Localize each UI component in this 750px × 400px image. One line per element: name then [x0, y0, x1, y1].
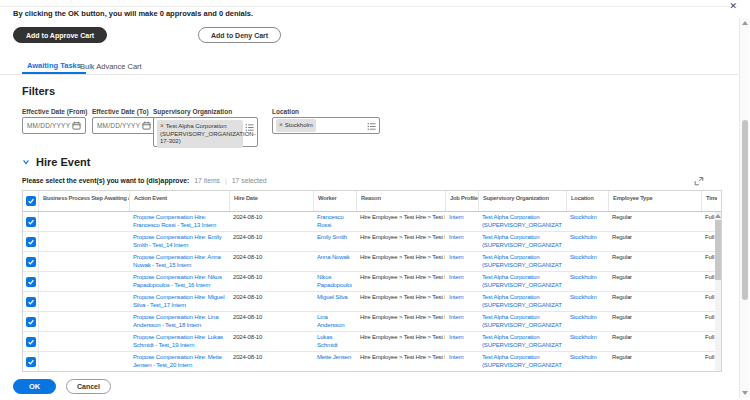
cell-job-profile: Intern: [445, 212, 478, 231]
column-header-worker[interactable]: Worker: [313, 191, 356, 211]
cell-job-profile: Intern: [445, 272, 478, 291]
supervisory-organization-link[interactable]: Test Alpha Corporation (SUPERVISORY_ORGA…: [482, 214, 562, 230]
date-placeholder: MM/DD/YYYY: [27, 122, 72, 129]
prompt-list-icon[interactable]: [245, 123, 254, 132]
action-event-link[interactable]: Propose Compensation Hire: Mette Jensen …: [133, 354, 225, 369]
cell-location: Stockholm: [566, 292, 608, 311]
location-link[interactable]: Stockholm: [570, 254, 597, 260]
column-header-employee-type[interactable]: Employee Type: [608, 191, 701, 211]
page-scrollbar[interactable]: [739, 18, 749, 398]
cell-hire-date: 2024-08-10: [229, 292, 313, 311]
worker-link[interactable]: Miguel Silva: [317, 294, 352, 302]
supervisory-organization-link[interactable]: Test Alpha Corporation (SUPERVISORY_ORGA…: [482, 274, 562, 290]
row-checkbox[interactable]: [26, 317, 36, 327]
action-event-link[interactable]: Propose Compensation Hire: Miguel Silva …: [133, 294, 225, 309]
cell-reason: Hire Employee > Test Hire > Test Hire: [356, 232, 445, 251]
location-select[interactable]: ×Stockholm: [272, 117, 380, 134]
action-event-link[interactable]: Propose Compensation Hire: Francesco Ros…: [133, 214, 225, 229]
table-scrollbar-thumb[interactable]: [715, 220, 721, 280]
row-checkbox[interactable]: [26, 217, 36, 227]
page-scrollbar-thumb[interactable]: [742, 120, 748, 300]
job-profile-link[interactable]: Intern: [449, 274, 463, 280]
cell-action-event: Propose Compensation Hire: Miguel Silva …: [129, 292, 229, 311]
cell-bp-step: [39, 232, 129, 251]
column-header-location[interactable]: Location: [566, 191, 608, 211]
prompt-list-icon[interactable]: [367, 122, 376, 131]
select-all-checkbox[interactable]: [26, 196, 36, 206]
supervisory-organization-link[interactable]: Test Alpha Corporation (SUPERVISORY_ORGA…: [482, 314, 562, 330]
location-link[interactable]: Stockholm: [570, 314, 597, 320]
job-profile-link[interactable]: Intern: [449, 334, 463, 340]
supervisory-organization-link[interactable]: Test Alpha Corporation (SUPERVISORY_ORGA…: [482, 294, 562, 310]
row-checkbox[interactable]: [26, 357, 36, 367]
action-event-link[interactable]: Propose Compensation Hire: Lukas Schmidt…: [133, 334, 225, 349]
row-checkbox[interactable]: [26, 237, 36, 247]
close-icon[interactable]: ✕: [729, 1, 737, 11]
job-profile-link[interactable]: Intern: [449, 234, 463, 240]
action-event-link[interactable]: Propose Compensation Hire: Lina Andersso…: [133, 314, 225, 329]
add-to-deny-cart-button[interactable]: Add to Deny Cart: [198, 27, 281, 43]
tab-awaiting-tasks[interactable]: Awaiting Tasks: [22, 58, 86, 74]
row-checkbox[interactable]: [26, 337, 36, 347]
table-row: Propose Compensation Hire: Anna Nowak - …: [23, 252, 721, 272]
column-header-supervisory-organization[interactable]: Supervisory Organization: [478, 191, 566, 211]
column-header-reason[interactable]: Reason: [356, 191, 445, 211]
job-profile-link[interactable]: Intern: [449, 254, 463, 260]
column-header-time-type[interactable]: Time Type: [701, 191, 717, 211]
scroll-up-icon[interactable]: [715, 214, 721, 218]
location-link[interactable]: Stockholm: [570, 354, 597, 360]
chip-remove-icon[interactable]: ×: [279, 121, 283, 128]
chevron-down-icon[interactable]: [22, 158, 30, 166]
tab-bulk-advance-cart[interactable]: Bulk Advance Cart: [80, 58, 142, 74]
supervisory-organization-link[interactable]: Test Alpha Corporation (SUPERVISORY_ORGA…: [482, 234, 562, 250]
ok-button[interactable]: OK: [13, 379, 56, 394]
action-event-link[interactable]: Propose Compensation Hire: Emily Smith -…: [133, 234, 225, 249]
row-checkbox[interactable]: [26, 277, 36, 287]
worker-link[interactable]: Lina Andersson: [317, 314, 352, 329]
job-profile-link[interactable]: Intern: [449, 314, 463, 320]
column-header-job-profile[interactable]: Job Profile: [445, 191, 478, 211]
supervisory-organization-link[interactable]: Test Alpha Corporation (SUPERVISORY_ORGA…: [482, 254, 562, 270]
column-header-hire-date[interactable]: Hire Date: [229, 191, 313, 211]
worker-link[interactable]: Nikos Papadopoulos: [317, 274, 352, 289]
chip-remove-icon[interactable]: ×: [160, 122, 164, 129]
location-link[interactable]: Stockholm: [570, 334, 597, 340]
add-to-approve-cart-button[interactable]: Add to Approve Cart: [13, 27, 107, 43]
job-profile-link[interactable]: Intern: [449, 214, 463, 220]
column-header-action-event[interactable]: Action Event: [129, 191, 229, 211]
location-link[interactable]: Stockholm: [570, 234, 597, 240]
cell-location: Stockholm: [566, 272, 608, 291]
table-body: Propose Compensation Hire: Francesco Ros…: [23, 212, 721, 372]
effective-date-from-input[interactable]: MM/DD/YYYY: [22, 117, 86, 134]
worker-link[interactable]: Francesco Rossi: [317, 214, 352, 229]
row-checkbox[interactable]: [26, 257, 36, 267]
job-profile-link[interactable]: Intern: [449, 294, 463, 300]
location-link[interactable]: Stockholm: [570, 274, 597, 280]
worker-link[interactable]: Emily Smith: [317, 234, 352, 242]
worker-link[interactable]: Anna Nowak: [317, 254, 352, 262]
scroll-up-icon[interactable]: [742, 21, 748, 25]
job-profile-link[interactable]: Intern: [449, 354, 463, 360]
worker-link[interactable]: Lukas Schmidt: [317, 334, 352, 349]
expand-table-icon[interactable]: [694, 176, 704, 186]
action-event-link[interactable]: Propose Compensation Hire: Nikos Papadop…: [133, 274, 225, 289]
row-checkbox[interactable]: [26, 297, 36, 307]
cancel-button[interactable]: Cancel: [66, 379, 111, 394]
cell-employee-type: Regular: [608, 352, 701, 371]
action-event-link[interactable]: Propose Compensation Hire: Anna Nowak - …: [133, 254, 225, 269]
scroll-down-icon[interactable]: [742, 391, 748, 395]
supervisory-organization-link[interactable]: Test Alpha Corporation (SUPERVISORY_ORGA…: [482, 334, 562, 350]
supervisory-organization-select[interactable]: ×Test Alpha Corporation (SUPERVISORY_ORG…: [153, 117, 258, 147]
location-link[interactable]: Stockholm: [570, 214, 597, 220]
effective-date-to-input[interactable]: MM/DD/YYYY: [92, 117, 156, 134]
cell-employee-type: Regular: [608, 312, 701, 331]
location-link[interactable]: Stockholm: [570, 294, 597, 300]
table-row: Propose Compensation Hire: Miguel Silva …: [23, 292, 721, 312]
worker-link[interactable]: Mette Jensen: [317, 354, 352, 362]
checkbox-check-icon: [27, 218, 35, 226]
cell-bp-step: [39, 292, 129, 311]
table-scrollbar[interactable]: [715, 212, 721, 372]
column-header-bp-step[interactable]: Business Process Step Awaiting Action: [39, 191, 129, 211]
summary-text: By clicking the OK button, you will make…: [13, 9, 253, 18]
supervisory-organization-link[interactable]: Test Alpha Corporation (SUPERVISORY_ORGA…: [482, 354, 562, 370]
